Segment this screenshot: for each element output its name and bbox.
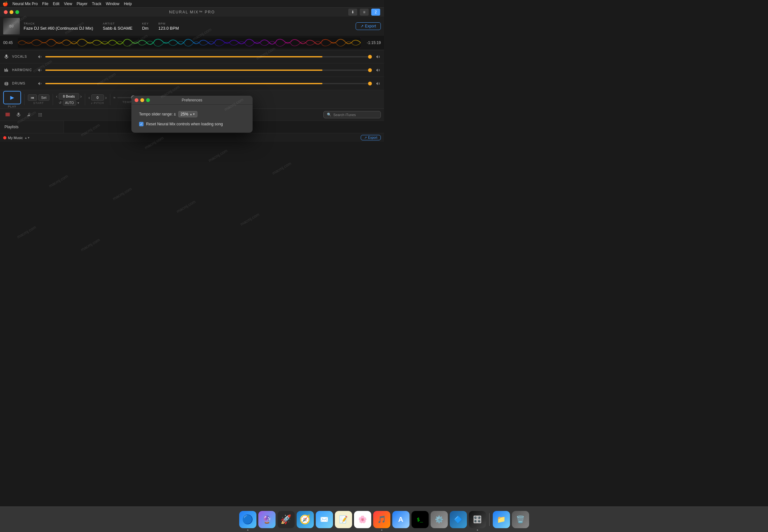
tempo-select-arrows: ▲▼ [189, 113, 195, 116]
svg-text:DJ: DJ [10, 25, 14, 28]
svg-rect-27 [40, 115, 41, 115]
svg-rect-18 [5, 113, 10, 114]
tab-music[interactable] [25, 110, 34, 119]
time-remaining: -1:15:19 [363, 41, 381, 45]
watermark-20: macmj.com [80, 237, 101, 252]
apple-icon[interactable]: 🍎 [3, 1, 8, 6]
harmonic-slider[interactable] [45, 70, 371, 71]
svg-rect-21 [18, 113, 19, 115]
menubar-track[interactable]: Track [92, 2, 101, 6]
vocals-stem-row: VOCALS [0, 50, 384, 63]
harmonic-stem-row: HARMONIC [0, 63, 384, 77]
export-label: Export [365, 24, 376, 28]
drums-slider[interactable] [45, 83, 371, 84]
pref-minimize-button[interactable] [140, 98, 144, 102]
watermark-19: macmj.com [16, 225, 37, 239]
watermark-17: macmj.com [176, 199, 196, 214]
tempo-value-select[interactable]: 25% ▲▼ [178, 111, 197, 117]
beats-prev-button[interactable]: ‹ [56, 94, 58, 99]
my-music-label: My Music [8, 136, 23, 140]
bottom-export-button[interactable]: ↗ Export [361, 135, 381, 140]
artist-name: Sabb & SOAME [103, 26, 132, 31]
pitch-value: 0 [91, 94, 104, 101]
beats-next-button[interactable]: › [80, 94, 82, 99]
preferences-title: Preferences [182, 98, 203, 102]
export-button[interactable]: ↗ Export [356, 22, 381, 30]
auto-group: ↺ AUTO ▾ [59, 100, 79, 106]
my-music-chevron: ▲▼ [24, 136, 30, 139]
close-button[interactable] [4, 10, 8, 14]
drums-solo-button[interactable] [375, 81, 381, 86]
watermark-15: macmj.com [48, 174, 69, 188]
pref-maximize-button[interactable] [146, 98, 150, 102]
key-group: KEY Dm [142, 22, 149, 31]
divider-4 [110, 94, 110, 105]
reset-controls-label: Reset Neural Mix controls when loading s… [146, 122, 223, 126]
pitch-prev-button[interactable]: ‹ [88, 95, 90, 100]
my-music-button[interactable]: My Music ▲▼ [3, 136, 30, 140]
watermark-18: macmj.com [240, 212, 260, 226]
menubar-view[interactable]: View [64, 2, 72, 6]
drums-label: DRUMS [12, 82, 34, 85]
svg-rect-7 [4, 69, 5, 72]
menubar-player[interactable]: Player [77, 2, 87, 6]
beats-selector: ‹ 8 Beats › [56, 93, 82, 100]
minimize-button[interactable] [10, 10, 13, 14]
beats-value: 8 Beats [59, 93, 79, 100]
playlists-title: Playlists [0, 123, 63, 130]
list-view-button[interactable]: ≡ [360, 9, 369, 16]
export-arrow-icon: ↗ [360, 24, 364, 28]
search-itunes-placeholder: Search iTunes [333, 113, 377, 117]
vocals-mute-button[interactable] [37, 54, 43, 60]
pref-traffic-lights [135, 98, 150, 102]
preferences-dialog: Preferences Tempo slider range: ± 25% ▲▼… [131, 96, 253, 133]
menubar-file[interactable]: File [42, 2, 48, 6]
menubar-neural-mix-pro[interactable]: Neural Mix Pro [12, 2, 38, 6]
auto-dropdown[interactable]: AUTO [63, 100, 76, 106]
download-button[interactable]: ⬇ [348, 9, 357, 16]
library-sidebar: Playlists [0, 121, 64, 133]
preferences-body: Tempo slider range: ± 25% ▲▼ ✓ Reset Neu… [131, 105, 253, 133]
divider-2 [53, 94, 53, 105]
maximize-button[interactable] [15, 10, 19, 14]
time-elapsed: 00:45 [3, 41, 15, 45]
tab-mic[interactable] [14, 110, 23, 119]
play-label: PLAY [8, 105, 16, 108]
pref-close-button[interactable] [135, 98, 138, 102]
svg-rect-10 [7, 70, 8, 72]
search-icon: 🔍 [327, 113, 331, 117]
pitch-next-button[interactable]: › [105, 95, 107, 100]
search-itunes-container[interactable]: 🔍 Search iTunes [323, 111, 381, 118]
harmonic-mute-button[interactable] [37, 67, 43, 73]
svg-rect-26 [39, 115, 39, 115]
set-button[interactable]: Set [38, 94, 49, 101]
waveform[interactable]: // Generate waveform bars via inline SVG [18, 38, 361, 48]
preferences-titlebar: Preferences [131, 96, 253, 105]
harmonic-label: HARMONIC [12, 68, 34, 72]
svg-rect-3 [5, 55, 7, 57]
track-label: TRACK [24, 22, 93, 25]
tab-settings[interactable] [36, 110, 45, 119]
stems-area: VOCALS HA [0, 50, 384, 90]
menubar-help[interactable]: Help [124, 2, 132, 6]
reset-controls-row: ✓ Reset Neural Mix controls when loading… [139, 122, 245, 126]
svg-rect-20 [5, 115, 10, 116]
menubar-window[interactable]: Window [106, 2, 120, 6]
profile-button[interactable]: 2 [371, 9, 380, 16]
svg-rect-9 [6, 68, 7, 72]
play-group: ▶ PLAY [3, 91, 21, 108]
vocals-solo-button[interactable] [375, 54, 381, 60]
album-art: DJ [3, 18, 20, 34]
svg-rect-25 [41, 113, 42, 114]
go-start-button[interactable]: ⏮ [28, 94, 37, 101]
drums-mute-button[interactable] [37, 81, 43, 86]
traffic-lights [4, 10, 19, 14]
start-control: ⏮ Set START [28, 94, 49, 105]
play-button[interactable]: ▶ [3, 91, 21, 104]
reset-controls-checkbox[interactable]: ✓ [139, 122, 144, 126]
harmonic-solo-button[interactable] [375, 67, 381, 73]
tab-playlists[interactable] [3, 110, 12, 119]
menubar-edit[interactable]: Edit [53, 2, 60, 6]
vocals-slider[interactable] [45, 56, 371, 57]
tempo-select-value: 25% [181, 112, 188, 116]
